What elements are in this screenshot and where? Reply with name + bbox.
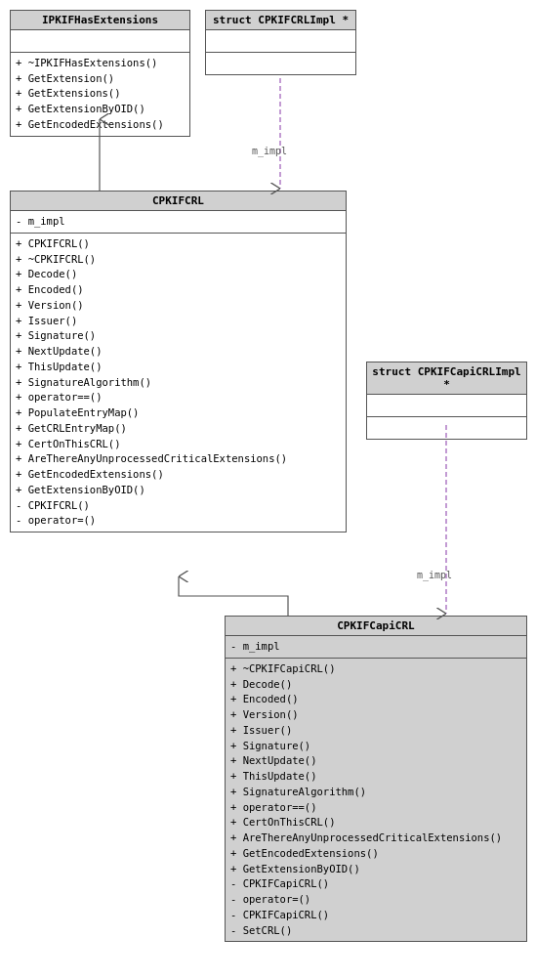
ipkif-title: IPKIFHasExtensions [11,11,189,30]
struct-capi-impl-box: struct CPKIFCapiCRLImpl * [366,362,527,440]
mimpl-label-2: m_impl [417,570,452,581]
cpkifcrl-box: CPKIFCRL - m_impl + CPKIFCRL() + ~CPKIFC… [10,191,347,533]
cpkifcrl-section-2: + CPKIFCRL() + ~CPKIFCRL() + Decode() + … [11,234,346,532]
inheritance-arrow-capi [179,576,288,616]
struct-crl-impl-title: struct CPKIFCRLImpl * [206,11,355,30]
struct-crl-impl-box: struct CPKIFCRLImpl * [205,10,356,75]
cpkifcrl-section-1: - m_impl [11,211,346,234]
ipkif-section-2: + ~IPKIFHasExtensions() + GetExtension()… [11,53,189,136]
cpkif-capi-crl-section-1: - m_impl [226,636,526,659]
struct-capi-impl-section-2 [367,417,526,439]
ipkif-has-extensions-box: IPKIFHasExtensions + ~IPKIFHasExtensions… [10,10,190,137]
cpkif-capi-crl-section-2: + ~CPKIFCapiCRL() + Decode() + Encoded()… [226,659,526,942]
cpkifcrl-title: CPKIFCRL [11,192,346,211]
diagram-container: IPKIFHasExtensions + ~IPKIFHasExtensions… [0,0,536,980]
cpkif-capi-crl-title: CPKIFCapiCRL [226,617,526,636]
mimpl-label-1: m_impl [252,146,287,157]
ipkif-section-1 [11,30,189,53]
struct-capi-impl-title: struct CPKIFCapiCRLImpl * [367,362,526,395]
cpkif-capi-crl-box: CPKIFCapiCRL - m_impl + ~CPKIFCapiCRL() … [225,616,527,942]
struct-capi-impl-section-1 [367,395,526,417]
struct-crl-impl-section-2 [206,53,355,74]
struct-crl-impl-section-1 [206,30,355,53]
